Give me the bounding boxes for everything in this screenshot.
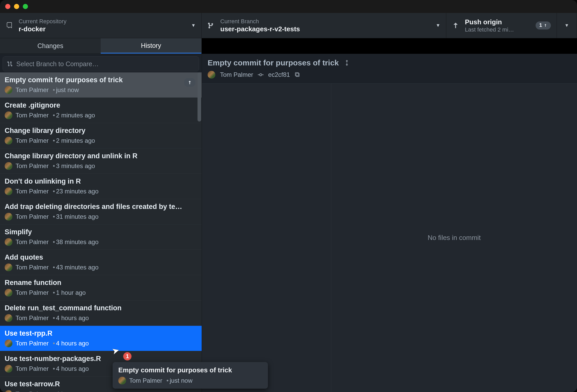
- commit-time: 4 hours ago: [52, 365, 89, 372]
- commit-time: 2 minutes ago: [52, 112, 95, 119]
- commit-meta: Tom Palmer4 hours ago: [5, 314, 197, 322]
- unpushed-count-badge: 1: [536, 21, 551, 29]
- close-window-button[interactable]: [5, 4, 10, 9]
- commit-time: 3 minutes ago: [52, 162, 95, 170]
- commit-title: Change library directory: [5, 127, 183, 135]
- compare-branch-selector[interactable]: Select Branch to Compare…: [3, 56, 199, 71]
- commit-author: Tom Palmer: [16, 390, 49, 392]
- avatar: [5, 137, 12, 145]
- avatar: [5, 162, 12, 170]
- commit-meta: Tom Palmer3 minutes ago: [5, 162, 197, 170]
- diff-placeholder: No files in commit: [331, 84, 577, 392]
- commit-title: Change library directory and unlink in R: [5, 152, 183, 160]
- avatar: [5, 289, 12, 297]
- commit-author: Tom Palmer: [16, 289, 49, 296]
- repo-label: Current Repository: [19, 18, 67, 25]
- avatar: [5, 263, 12, 271]
- repo-icon: [6, 22, 13, 29]
- commit-detail-title: Empty commit for purposes of trick: [208, 58, 339, 67]
- avatar: [118, 377, 126, 385]
- commit-time: 2 minutes ago: [52, 137, 95, 144]
- commit-meta: Tom Palmer38 minutes ago: [5, 238, 197, 246]
- commit-author: Tom Palmer: [16, 340, 49, 347]
- commit-row[interactable]: Use test-rpp.RTom Palmer4 hours ago: [0, 326, 202, 351]
- commit-meta: Tom Palmer43 minutes ago: [5, 263, 197, 271]
- push-up-arrow-icon: [452, 22, 459, 29]
- git-compare-icon: [7, 61, 13, 67]
- commit-time: 38 minutes ago: [52, 238, 99, 246]
- commit-row[interactable]: Create .gitignoreTom Palmer2 minutes ago: [0, 98, 202, 123]
- commit-title: Add trap deleting directories and files …: [5, 203, 183, 211]
- commit-title: Use test-rpp.R: [5, 329, 183, 337]
- minimize-window-button[interactable]: [14, 4, 19, 9]
- commit-time: 4 hours ago: [52, 390, 89, 392]
- commit-title: Empty commit for purposes of trick: [5, 76, 183, 84]
- avatar: [5, 213, 12, 221]
- commit-author: Tom Palmer: [16, 162, 49, 170]
- tab-changes[interactable]: Changes: [0, 38, 101, 54]
- commit-meta: Tom Palmer23 minutes ago: [5, 187, 197, 195]
- window-titlebar: [0, 0, 577, 13]
- commit-meta: Tom Palmer31 minutes ago: [5, 213, 197, 221]
- commit-detail-author: Tom Palmer: [220, 71, 253, 78]
- history-sidebar: Select Branch to Compare… Empty commit f…: [0, 54, 202, 392]
- push-label: Push origin: [465, 18, 514, 26]
- push-dropdown-button[interactable]: ▼: [557, 13, 577, 38]
- changed-files-list[interactable]: [202, 84, 331, 392]
- commit-row[interactable]: SimplifyTom Palmer38 minutes ago: [0, 224, 202, 250]
- commit-title: Delete run_test_command function: [5, 304, 183, 312]
- commit-meta: Tom Palmer2 minutes ago: [5, 111, 197, 119]
- branch-selector[interactable]: Current Branch user-packages-r-v2-tests …: [202, 13, 446, 38]
- avatar: [5, 314, 12, 322]
- avatar: [5, 365, 12, 373]
- commit-row[interactable]: Delete run_test_command functionTom Palm…: [0, 300, 202, 326]
- commit-row[interactable]: Add quotesTom Palmer43 minutes ago: [0, 250, 202, 275]
- avatar: [5, 390, 12, 392]
- commit-author: Tom Palmer: [16, 112, 49, 119]
- copy-sha-button[interactable]: [295, 72, 300, 78]
- commit-row[interactable]: Change library directory and unlink in R…: [0, 148, 202, 174]
- commit-title: Rename function: [5, 279, 183, 287]
- commit-row[interactable]: Don't do unlinking in RTom Palmer23 minu…: [0, 174, 202, 199]
- chevron-down-icon: ▼: [191, 23, 196, 28]
- commit-author: Tom Palmer: [16, 213, 49, 220]
- commit-row[interactable]: Change library directoryTom Palmer2 minu…: [0, 123, 202, 148]
- commit-sha: ec2cf81: [268, 71, 290, 78]
- commit-title: Use test-number-packages.R: [5, 355, 183, 363]
- avatar: [5, 238, 12, 246]
- tab-history[interactable]: History: [101, 38, 201, 54]
- tooltip-time: just now: [165, 377, 192, 384]
- commit-title: Add quotes: [5, 253, 183, 261]
- push-origin-button[interactable]: Push origin Last fetched 2 mi… 1: [446, 13, 557, 38]
- commit-meta: Tom Palmer4 hours ago: [5, 340, 197, 347]
- tooltip-author: Tom Palmer: [129, 377, 162, 384]
- expand-icon[interactable]: [344, 59, 350, 66]
- git-branch-icon: [207, 22, 215, 29]
- commit-author: Tom Palmer: [16, 264, 49, 271]
- commit-author: Tom Palmer: [16, 238, 49, 246]
- commit-row[interactable]: Add trap deleting directories and files …: [0, 199, 202, 224]
- commit-time: just now: [52, 86, 79, 94]
- repo-name: r-docker: [19, 25, 67, 33]
- commit-row[interactable]: Rename functionTom Palmer1 hour ago: [0, 275, 202, 300]
- compare-placeholder: Select Branch to Compare…: [16, 60, 99, 68]
- commit-list[interactable]: Empty commit for purposes of trickTom Pa…: [0, 72, 202, 392]
- app-toolbar: Current Repository r-docker ▼ Current Br…: [0, 13, 577, 38]
- commit-time: 43 minutes ago: [52, 264, 99, 271]
- commit-time: 1 hour ago: [52, 289, 86, 296]
- repository-selector[interactable]: Current Repository r-docker ▼: [0, 13, 202, 38]
- commit-detail-panel: Empty commit for purposes of trick Tom P…: [202, 54, 577, 392]
- commit-author: Tom Palmer: [16, 188, 49, 195]
- commit-row[interactable]: Empty commit for purposes of trickTom Pa…: [0, 72, 202, 98]
- zoom-window-button[interactable]: [23, 4, 28, 9]
- commit-meta: Tom Palmer4 hours ago: [5, 390, 197, 392]
- scrollbar-thumb[interactable]: [198, 72, 201, 122]
- commit-time: 4 hours ago: [52, 340, 89, 347]
- branch-name: user-packages-r-v2-tests: [220, 25, 300, 33]
- commit-author: Tom Palmer: [16, 365, 49, 372]
- sidebar-tabs: Changes History: [0, 38, 202, 54]
- commit-time: 4 hours ago: [52, 314, 89, 322]
- unpushed-indicator-icon: [184, 78, 195, 87]
- commit-title: Create .gitignore: [5, 101, 183, 109]
- commit-title: Don't do unlinking in R: [5, 177, 183, 185]
